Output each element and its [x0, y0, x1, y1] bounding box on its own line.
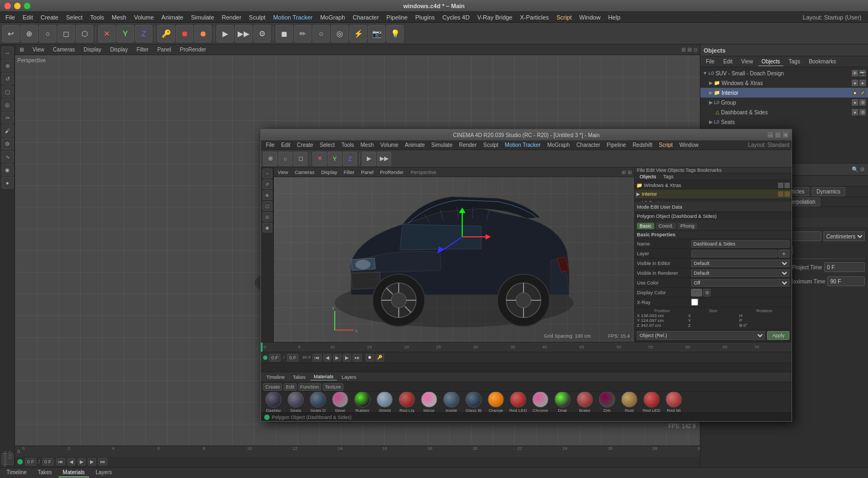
vp-btn-filter[interactable]: Filter: [135, 46, 151, 53]
menu-cycles4d[interactable]: Cycles 4D: [439, 14, 473, 21]
tab-timeline[interactable]: Timeline: [2, 468, 31, 477]
sw-menu-mesh[interactable]: Mesh: [358, 142, 376, 148]
menu-mesh[interactable]: Mesh: [108, 14, 130, 21]
tree-item-windows[interactable]: ▶ 📁 Windows & Xtras ● ●: [700, 78, 868, 88]
vp-btn-expand[interactable]: ⊞: [17, 46, 26, 53]
tl-go-start[interactable]: ⏮: [56, 458, 65, 466]
tool-knife[interactable]: ✂: [2, 112, 14, 124]
sw-material-item-Red LED[interactable]: Red LED: [508, 392, 528, 412]
sw-tl-current[interactable]: 0.F: [287, 354, 298, 361]
sw-tl-btn-end[interactable]: ⏭: [353, 354, 362, 361]
autokey-button[interactable]: ⏺: [194, 25, 212, 42]
sw-tree-interior[interactable]: ▶ Interior: [635, 190, 792, 198]
sw-tab-layers[interactable]: Layers: [339, 374, 360, 380]
frame-current-input[interactable]: 0 F: [42, 458, 54, 466]
smooth-button[interactable]: ○: [312, 25, 330, 42]
frame-start-input[interactable]: 0 F: [25, 458, 36, 466]
tree-item-dashboard[interactable]: △ Dashboard & Sides ● ⚙: [700, 107, 868, 117]
sw-attr-name-input[interactable]: [691, 240, 789, 248]
sw-attr-tab-coord[interactable]: Coord.: [656, 223, 676, 229]
obj-tab-bookmarks[interactable]: Bookmarks: [806, 57, 839, 66]
object-mode-button[interactable]: ⊕: [21, 25, 38, 42]
tool-rotate[interactable]: ↺: [2, 73, 14, 85]
tree-item-group[interactable]: ▶ L0 Group ● ⚙: [700, 98, 868, 107]
tab-layers[interactable]: Layers: [91, 468, 116, 477]
edge-mode-button[interactable]: ◻: [58, 25, 75, 42]
sw-apply-button[interactable]: Apply: [767, 331, 789, 340]
menu-plugins[interactable]: Plugins: [412, 14, 438, 21]
tree-item-suv[interactable]: ▼ L0 SUV - Small - Doach Design 👁 📷: [700, 68, 868, 78]
tab-takes[interactable]: Takes: [33, 468, 56, 477]
vp-btn-display2[interactable]: Display: [108, 46, 130, 53]
sw-tool-x[interactable]: ✕: [312, 152, 327, 166]
sw-timeline-ruler[interactable]: 0 5 10 15 20 25 30 35 40 45 50 55 60 65 …: [261, 343, 792, 352]
tree-item-interior[interactable]: ▶ 📁 Interior ● ✓: [700, 88, 868, 98]
hair-button[interactable]: ⚡: [349, 25, 367, 42]
obj-tab-edit[interactable]: Edit: [720, 57, 736, 66]
tool-spline[interactable]: ∿: [2, 151, 14, 163]
render-button[interactable]: ▶▶: [235, 25, 252, 42]
sw-tl-start[interactable]: 0.F: [269, 354, 280, 361]
sw-tl-key[interactable]: 🔑: [375, 354, 384, 361]
key-button[interactable]: 🔑: [157, 25, 175, 42]
sw-attr-vis-render-select[interactable]: Default On Off: [691, 269, 789, 277]
project-time-input[interactable]: [824, 262, 865, 272]
sw-material-item-Shield[interactable]: Shield: [374, 392, 395, 412]
tool-select[interactable]: ▢: [2, 86, 14, 98]
menu-render[interactable]: Render: [219, 14, 245, 21]
sw-tree-windows[interactable]: 📁 Windows & Xtras: [635, 181, 792, 190]
menu-pipeline[interactable]: Pipeline: [383, 14, 411, 21]
obj-tab-file[interactable]: File: [703, 57, 718, 66]
sw-window-controls[interactable]: — □ ✕: [768, 132, 788, 138]
sw-attr-vis-editor-select[interactable]: Default On Off: [691, 260, 789, 267]
menu-create[interactable]: Create: [37, 14, 62, 21]
sw-close[interactable]: ✕: [783, 132, 788, 138]
menu-character[interactable]: Character: [349, 14, 382, 21]
tool-paint[interactable]: ◉: [2, 164, 14, 176]
menu-mograph[interactable]: MoGraph: [317, 14, 348, 21]
vp-btn-view[interactable]: View: [30, 46, 47, 53]
vp-btn-prorender[interactable]: ProRender: [177, 46, 208, 53]
sw-material-item-Drb[interactable]: Drb: [597, 392, 617, 412]
sw-vp-view[interactable]: View: [276, 170, 290, 175]
sw-tab-materials[interactable]: Materials: [310, 373, 337, 380]
sw-tl-btn-next[interactable]: ▶: [343, 354, 351, 361]
sw-mat-texture[interactable]: Texture: [323, 383, 343, 391]
tool-metaball[interactable]: ●: [2, 177, 14, 189]
sw-menu-tools[interactable]: Tools: [339, 142, 356, 148]
sw-material-item-Silver[interactable]: Silver: [330, 392, 350, 412]
sw-attr-color-picker[interactable]: ◎: [703, 289, 711, 296]
menu-file[interactable]: File: [2, 14, 18, 21]
menu-motion-tracker[interactable]: Motion Tracker: [270, 14, 316, 21]
sw-minimize[interactable]: —: [768, 132, 773, 138]
sw-menu-sculpt[interactable]: Sculpt: [481, 142, 501, 148]
paint-button[interactable]: ✏: [294, 25, 311, 42]
tl-prev-frame[interactable]: ◀: [67, 458, 75, 466]
sw-material-item-Red LED[interactable]: Red LED: [641, 392, 662, 412]
menu-xparticles[interactable]: X-Particles: [516, 14, 552, 21]
sw-material-item-Dashbo[interactable]: Dashbo: [263, 392, 284, 412]
project-scale-unit-select[interactable]: Centimeters Meters Inches: [824, 231, 865, 241]
sw-render2-btn[interactable]: ▶▶: [377, 152, 391, 166]
sw-attr-color-swatch[interactable]: [691, 289, 702, 296]
menu-tools[interactable]: Tools: [87, 14, 107, 21]
timeline-track[interactable]: 0 2 4 6 8 10 12 14 16 18 20 22 24 26 28 …: [22, 446, 698, 457]
sw-vp-cameras[interactable]: Cameras: [293, 170, 316, 175]
menu-edit[interactable]: Edit: [20, 14, 36, 21]
attr-subtab-dynamics[interactable]: Dynamics: [812, 187, 845, 196]
minimize-button[interactable]: [14, 3, 21, 9]
sw-viewport[interactable]: View Cameras Display Filter Panel ProRen…: [274, 167, 634, 342]
sw-apply-select[interactable]: Object (Rel.): [637, 331, 765, 340]
tl-go-end[interactable]: ⏭: [98, 458, 107, 466]
sw-attr-tab-basic[interactable]: Basic: [637, 223, 654, 229]
sw-material-item-Seats[interactable]: Seats: [285, 392, 306, 412]
y-axis-button[interactable]: Y: [117, 25, 134, 42]
menu-help[interactable]: Help: [605, 14, 624, 21]
sw-tool-paint[interactable]: ◉: [263, 223, 272, 232]
obj-tab-view[interactable]: View: [738, 57, 756, 66]
sw-material-item-Orange[interactable]: Orange: [486, 392, 506, 412]
sw-menu-character[interactable]: Character: [573, 142, 603, 148]
sw-menu-simulate[interactable]: Simulate: [429, 142, 455, 148]
sw-material-item-Rubber[interactable]: Rubber: [352, 392, 373, 412]
sw-tool-live[interactable]: ◎: [263, 212, 272, 222]
